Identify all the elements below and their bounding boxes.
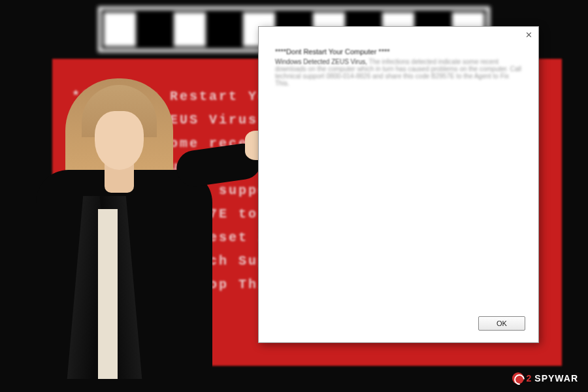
dialog-title: ****Dont Restart Your Computer **** [275,48,522,56]
watermark-logo-icon [512,372,524,384]
dialog-message-prefix: Windows Detected ZEUS Virus, [275,58,369,65]
watermark-text: SPYWAR [534,373,578,384]
site-watermark: 2SPYWAR [512,372,578,384]
presenter-figure [3,39,245,379]
dialog-content: ****Dont Restart Your Computer **** Wind… [259,27,538,100]
ok-button[interactable]: OK [478,316,525,331]
dialog-message: Windows Detected ZEUS Virus, The infecti… [275,58,522,87]
alert-dialog: ✕ ****Dont Restart Your Computer **** Wi… [258,26,539,343]
watermark-number: 2 [527,373,532,384]
